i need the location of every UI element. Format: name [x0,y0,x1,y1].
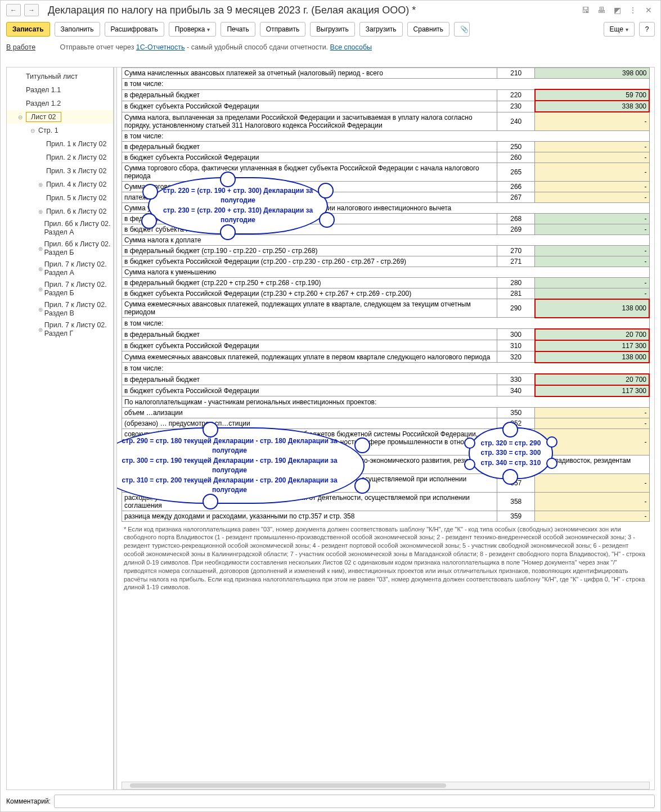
status-link-inwork[interactable]: В работе [6,43,35,51]
navigation-tree: Титульный листРаздел 1.1Раздел 1.2⊖Лист … [7,67,114,790]
check-button[interactable]: Проверка [169,22,217,37]
horizontal-scrollbar[interactable] [122,782,650,790]
tree-toggle-icon[interactable]: ⊕ [38,266,43,272]
row-value[interactable]: 398 000 [535,68,649,79]
tree-toggle-icon[interactable]: ⊕ [38,327,43,333]
row-description: в федеральный бюджет [122,329,497,340]
row-value[interactable]: - [535,418,649,428]
tree-item-12[interactable]: ⊕Прил. 6б к Листу 02. Раздел Б [7,238,113,259]
row-code: 270 [497,245,535,256]
close-icon[interactable]: ✕ [642,4,655,16]
tree-item-label: Прил. 7 к Листу 02. Раздел В [44,301,113,318]
tree-item-2[interactable]: Раздел 1.2 [7,97,113,110]
print-button[interactable]: Печать [221,22,255,37]
tree-toggle-icon[interactable]: ⊕ [38,209,45,215]
load-button[interactable]: Загрузить [359,22,403,37]
upload-button[interactable]: Выгрузить [310,22,355,37]
row-description: в бюджет субъекта Российской Федерации (… [122,256,497,267]
send-button[interactable]: Отправить [260,22,306,37]
row-value[interactable]: - [535,224,649,234]
row-value[interactable]: 138 000 [535,351,649,363]
row-value[interactable]: 59 700 [535,89,649,101]
row-value[interactable]: - [535,213,649,224]
nav-forward-button[interactable]: → [24,4,39,16]
table-row: Сумма ежемесячных авансовых платежей, по… [122,351,650,363]
tree-toggle-icon[interactable]: ⊖ [30,128,37,134]
tree-item-11[interactable]: Прил. 6б к Листу 02. Раздел А [7,218,113,238]
tree-toggle-icon[interactable]: ⊕ [38,246,43,252]
tree-item-7[interactable]: Прил. 3 к Листу 02 [7,164,113,178]
nav-back-button[interactable]: ← [6,4,21,16]
more-button[interactable]: Еще [604,22,635,37]
table-row: в федеральный бюджет22059 700 [122,89,650,101]
compare-button[interactable]: Сравнить [407,22,449,37]
record-button[interactable]: Записать [6,22,50,37]
row-value[interactable]: - [535,112,649,130]
tree-item-1[interactable]: Раздел 1.1 [7,83,113,97]
row-description: в том числе: [122,318,650,329]
row-value[interactable]: - [535,163,649,181]
tree-item-14[interactable]: ⊕Прил. 7 к Листу 02. Раздел Б [7,279,113,299]
page-title: Декларация по налогу на прибыль за 9 мес… [48,4,576,16]
row-value[interactable]: - [535,492,649,511]
row-value[interactable]: - [535,511,649,521]
row-description: Сумма торгового сбора, фактически уплаче… [122,163,497,181]
table-row: в федеральный бюджет30020 700 [122,329,650,340]
tree-item-16[interactable]: ⊕Прил. 7 к Листу 02. Раздел Г [7,319,113,340]
annotation-cloud-3: стр. 320 = стр. 290 стр. 330 = стр. 300 … [469,427,553,479]
tree-item-label: Прил. 1 к Листу 02 [46,140,106,148]
decode-button[interactable]: Расшифровать [105,22,164,37]
row-value[interactable]: 117 300 [535,340,649,351]
tree-item-8[interactable]: ⊕Прил. 4 к Листу 02 [7,178,113,191]
tree-toggle-icon[interactable]: ⊕ [38,182,45,188]
kebab-icon[interactable]: ⋮ [627,4,639,16]
row-value[interactable]: - [535,277,649,288]
tree-toggle-icon[interactable]: ⊕ [38,306,43,313]
help-button[interactable]: ? [639,22,655,37]
row-description: в федеральный бюджет (стр.220 + стр.250 … [122,277,497,288]
row-value[interactable]: - [535,181,649,192]
tree-toggle-icon[interactable]: ⊖ [18,114,25,120]
row-value[interactable]: - [535,152,649,163]
tree-item-4[interactable]: ⊖Стр. 1 [7,124,113,137]
row-code: 330 [497,374,535,385]
row-value[interactable]: 117 300 [535,385,649,396]
tree-item-9[interactable]: Прил. 5 к Листу 02 [7,191,113,205]
row-value[interactable]: 138 000 [535,299,649,318]
row-value[interactable]: - [535,245,649,256]
row-value[interactable]: - [535,192,649,202]
tree-item-0[interactable]: Титульный лист [7,70,113,83]
row-value[interactable]: - [535,141,649,152]
attach-button[interactable]: 📎 [454,22,470,37]
row-value[interactable]: - [535,288,649,299]
row-code: 359 [497,511,535,521]
row-description: в федеральный бюджет [122,141,497,152]
tree-toggle-icon[interactable]: ⊕ [38,286,43,292]
row-value[interactable]: 20 700 [535,374,649,385]
tree-item-15[interactable]: ⊕Прил. 7 к Листу 02. Раздел В [7,299,113,319]
row-code: 350 [497,407,535,418]
tree-item-10[interactable]: ⊕Прил. 6 к Листу 02 [7,205,113,218]
tree-item-label: Стр. 1 [38,127,59,134]
row-description: в бюджет субъекта Российской Федерации [122,152,497,163]
actions-icon[interactable]: ◩ [611,4,623,16]
tree-item-6[interactable]: Прил. 2 к Листу 02 [7,151,113,164]
row-value[interactable]: - [535,407,649,418]
table-row: Сумма налога, выплаченная за пределами Р… [122,112,650,130]
fill-button[interactable]: Заполнить [55,22,100,37]
row-value[interactable]: 20 700 [535,329,649,340]
row-value[interactable]: - [535,256,649,267]
print-icon[interactable]: 🖶 [595,4,608,16]
row-value[interactable]: - [535,473,649,492]
tree-item-13[interactable]: ⊕Прил. 7 к Листу 02. Раздел А [7,259,113,279]
save-icon[interactable]: 🖫 [579,4,592,16]
link-1c[interactable]: 1С-Отчетность [136,43,185,51]
tree-item-5[interactable]: Прил. 1 к Листу 02 [7,137,113,151]
table-row: Сумма налога к уменьшению [122,267,650,277]
link-all-methods[interactable]: Все способы [330,43,372,51]
info-text-middle: - самый удобный способ сдачи отчетности. [187,43,330,51]
annotation-cloud-2: стр. 290 = стр. 180 текущей Декларации -… [117,427,365,504]
comment-input[interactable] [54,795,655,808]
row-value[interactable]: 338 300 [535,101,649,112]
tree-item-3[interactable]: ⊖Лист 02 [7,110,113,124]
